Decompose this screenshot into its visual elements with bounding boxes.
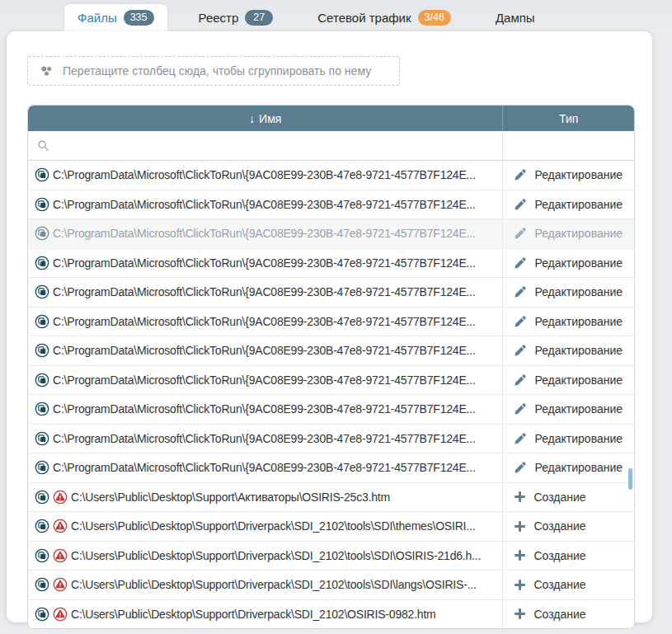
file-copy-icon [35,607,49,622]
tab-files-label: Файлы [78,11,117,25]
file-path: C:\ProgramData\Microsoft\ClickToRun\{9AC… [53,402,476,416]
pencil-icon [514,461,527,474]
file-path: C:\Users\Public\Desktop\Support\Driverpa… [71,549,481,562]
type-label: Редактирование [534,227,623,240]
type-cell: Создание [502,600,634,629]
type-label: Редактирование [534,256,623,270]
tab-network-traffic[interactable]: Сетевой трафик 3/46 [304,4,464,31]
tab-registry-count-badge: 27 [245,10,273,26]
name-cell: C:\ProgramData\Microsoft\ClickToRun\{9AC… [28,336,502,365]
type-label: Создание [533,491,585,504]
tab-registry-label: Реестр [199,11,239,25]
file-copy-icon [35,167,49,182]
warning-icon [53,577,68,592]
pencil-icon [514,432,527,445]
pencil-icon [514,198,527,211]
name-cell: C:\ProgramData\Microsoft\ClickToRun\{9AC… [28,308,502,336]
tab-bar: Файлы 335 Реестр 27 Сетевой трафик 3/46 … [0,0,672,31]
table-row[interactable]: C:\ProgramData\Microsoft\ClickToRun\{9AC… [28,161,634,190]
type-cell: Редактирование [502,161,634,190]
table-row[interactable]: C:\ProgramData\Microsoft\ClickToRun\{9AC… [28,425,634,454]
column-header-name[interactable]: ↓ Имя [28,106,502,131]
name-cell: C:\ProgramData\Microsoft\ClickToRun\{9AC… [28,249,502,278]
file-copy-icon [35,314,49,329]
table-row[interactable]: C:\Users\Public\Desktop\Support\Driverpa… [28,600,634,629]
file-path: C:\ProgramData\Microsoft\ClickToRun\{9AC… [53,432,476,445]
tab-registry[interactable]: Реестр 27 [186,4,287,31]
table-row[interactable]: C:\ProgramData\Microsoft\ClickToRun\{9AC… [28,395,634,425]
type-label: Создание [533,608,585,621]
warning-icon [53,548,68,563]
name-cell: C:\ProgramData\Microsoft\ClickToRun\{9AC… [28,453,502,482]
name-cell: C:\ProgramData\Microsoft\ClickToRun\{9AC… [28,366,502,395]
file-copy-icon [35,402,49,416]
file-copy-icon [35,460,49,475]
table-row[interactable]: C:\Users\Public\Desktop\Support\Driverpa… [28,542,634,571]
file-copy-icon [35,373,49,387]
column-header-type[interactable]: Тип [502,106,634,131]
tab-files-count-badge: 335 [124,10,154,26]
pencil-icon [514,285,527,298]
name-cell: C:\Users\Public\Desktop\Support\Driverpa… [28,512,502,541]
name-cell: C:\ProgramData\Microsoft\ClickToRun\{9AC… [28,395,502,424]
type-label: Редактирование [534,168,623,181]
type-cell: Создание [502,483,634,512]
name-cell: C:\ProgramData\Microsoft\ClickToRun\{9AC… [28,161,502,190]
type-label: Создание [533,519,585,533]
file-copy-icon [35,548,49,563]
table-row[interactable]: C:\Users\Public\Desktop\Support\Driverpa… [28,512,634,542]
vertical-scrollbar-thumb[interactable] [628,468,632,490]
table-row[interactable]: C:\ProgramData\Microsoft\ClickToRun\{9AC… [28,308,634,337]
files-table: ↓ Имя Тип C:\ [27,105,635,629]
sort-descending-icon: ↓ [249,112,255,125]
tab-files[interactable]: Файлы 335 [64,4,167,31]
type-cell: Редактирование [502,366,634,395]
type-cell: Редактирование [502,336,634,365]
pencil-icon [514,373,527,387]
table-row[interactable]: C:\ProgramData\Microsoft\ClickToRun\{9AC… [28,336,634,366]
table-row[interactable]: C:\Users\Public\Desktop\Support\Driverpa… [28,571,634,600]
type-label: Создание [533,549,585,562]
file-copy-icon [35,226,49,241]
name-cell: C:\ProgramData\Microsoft\ClickToRun\{9AC… [28,190,502,219]
table-row[interactable]: C:\ProgramData\Microsoft\ClickToRun\{9AC… [28,278,634,308]
table-row[interactable]: C:\ProgramData\Microsoft\ClickToRun\{9AC… [28,190,634,220]
file-copy-icon [35,577,49,592]
type-label: Редактирование [534,315,623,328]
warning-icon [53,490,68,505]
name-cell: C:\Users\Public\Desktop\Support\Driverpa… [28,600,502,629]
type-cell: Редактирование [502,425,634,453]
table-row[interactable]: C:\ProgramData\Microsoft\ClickToRun\{9AC… [28,219,634,249]
type-label: Редактирование [534,402,623,416]
table-row[interactable]: C:\ProgramData\Microsoft\ClickToRun\{9AC… [28,366,634,396]
type-cell: Редактирование [502,395,634,424]
group-drop-zone[interactable]: Перетащите столбец сюда, чтобы сгруппиро… [27,56,400,86]
file-path: C:\ProgramData\Microsoft\ClickToRun\{9AC… [53,285,476,298]
plus-icon [514,549,526,561]
file-path: C:\Users\Public\Desktop\Support\Активато… [71,491,390,504]
table-row[interactable]: C:\Users\Public\Desktop\Support\Активато… [28,483,634,513]
table-row[interactable]: C:\ProgramData\Microsoft\ClickToRun\{9AC… [28,453,634,483]
warning-icon [53,607,68,622]
type-cell: Редактирование [502,219,634,248]
type-label: Создание [533,578,585,591]
tab-network-traffic-count-badge: 3/46 [418,10,451,26]
file-path: C:\ProgramData\Microsoft\ClickToRun\{9AC… [53,344,476,357]
plus-icon [514,579,526,591]
name-cell: C:\Users\Public\Desktop\Support\Driverpa… [28,571,502,599]
type-label: Редактирование [534,285,623,298]
tab-network-traffic-label: Сетевой трафик [317,11,411,25]
file-path: C:\ProgramData\Microsoft\ClickToRun\{9AC… [53,227,476,240]
file-copy-icon [35,256,49,270]
type-filter-cell[interactable] [502,131,634,160]
name-filter-cell[interactable] [28,131,502,160]
name-cell: C:\ProgramData\Microsoft\ClickToRun\{9AC… [28,425,502,453]
file-copy-icon [35,343,49,358]
type-label: Редактирование [534,344,623,357]
file-path: C:\Users\Public\Desktop\Support\Driverpa… [71,608,436,621]
table-row[interactable]: C:\ProgramData\Microsoft\ClickToRun\{9AC… [28,249,634,279]
type-cell: Создание [502,571,634,599]
type-label: Редактирование [534,432,623,445]
tab-dumps[interactable]: Дампы [482,4,548,31]
warning-icon [53,519,68,533]
